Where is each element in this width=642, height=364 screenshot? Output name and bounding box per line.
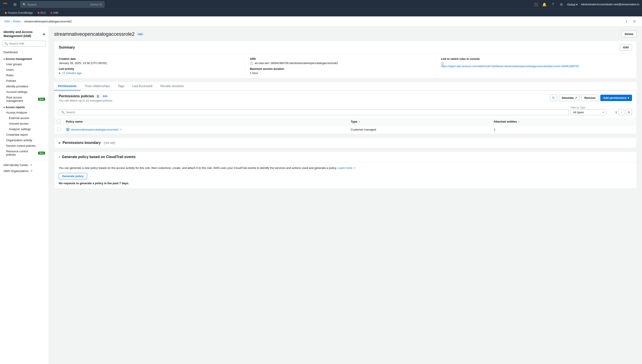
top-search-input[interactable] <box>28 3 76 6</box>
pp-action-buttons: ↻ Simulate ↗ Remove Add permissions ▾ <box>550 94 632 101</box>
region-selector[interactable]: Global ▾ <box>567 3 578 6</box>
pager-prev-btn[interactable]: ‹ <box>608 109 614 115</box>
sidebar-item-dashboard[interactable]: Dashboard <box>0 49 48 55</box>
sidebar-item-scp[interactable]: Service control policies <box>0 143 48 148</box>
help-icon[interactable]: ? <box>550 2 556 7</box>
row-checkbox[interactable] <box>57 128 60 131</box>
tab-trust[interactable]: Trust relationships <box>80 82 114 90</box>
learn-more-link[interactable]: Learn more ↗ <box>338 166 355 170</box>
th-type-sort[interactable]: Type ▾ <box>351 120 488 123</box>
pp-header-row: Permissions policies 1 Info You can atta… <box>59 94 632 102</box>
summary-section-3: Link to switch roles in console 📋 https:… <box>441 58 632 75</box>
service-tab-eventbridge[interactable]: Amazon EventBridge <box>3 10 35 16</box>
sidebar-item-unused-access[interactable]: Unused access <box>0 121 48 126</box>
edit-button[interactable]: Edit <box>620 44 632 50</box>
last-activity-link[interactable]: 17 minutes ago <box>62 72 82 75</box>
filter-type-select[interactable]: All types ▾ <box>570 109 606 115</box>
sidebar-footer: IAM Identity Center ↗ AWS Organizations … <box>0 160 48 174</box>
generate-policy-button[interactable]: Generate policy <box>59 173 87 179</box>
access-reports-chevron: ▾ <box>4 106 5 108</box>
sidebar-section-access-reports[interactable]: ▾ Access reports <box>0 104 48 110</box>
row-attached: 1 <box>491 125 636 134</box>
th-attached[interactable]: Attached entities ▾ <box>491 118 636 125</box>
tab-revoke[interactable]: Revoke sessions <box>156 82 188 90</box>
th-checkbox <box>54 118 63 125</box>
row-policy-name: streamnativeopencatalogaccessrole2 ↗ <box>63 125 348 134</box>
sidebar-item-rcp[interactable]: Resource control policies New <box>0 148 48 158</box>
sidebar-item-analyzer-settings[interactable]: Analyzer settings <box>0 126 48 132</box>
policy-link[interactable]: streamnativeopencatalogaccessrole2 ↗ <box>66 128 346 132</box>
link-copy-icon[interactable]: 📋 <box>441 62 444 64</box>
sidebar-item-iam-identity-center[interactable]: IAM Identity Center ↗ <box>0 162 48 168</box>
grid-icon[interactable]: ⊞ <box>12 1 18 8</box>
sidebar-item-access-analyzer[interactable]: Access Analyzer <box>0 110 48 115</box>
breadcrumb-current: streamnativeopencatalogaccessrole2 <box>24 20 72 23</box>
root-access-new-badge: New <box>38 98 45 101</box>
sidebar-item-credential-report[interactable]: Credential report <box>0 132 48 138</box>
access-management-chevron: ▾ <box>4 58 5 60</box>
sidebar-item-aws-organizations[interactable]: AWS Organizations ↗ <box>0 168 48 174</box>
pp-info-link[interactable]: Info <box>103 95 108 98</box>
breadcrumb-iam[interactable]: IAM <box>4 20 10 23</box>
service-tab-iam[interactable]: IAM <box>48 10 60 16</box>
sidebar-item-users[interactable]: Users <box>0 67 48 72</box>
sidebar-item-root-access[interactable]: Root access management New <box>0 95 48 104</box>
sidebar-item-user-groups[interactable]: User groups <box>0 62 48 67</box>
breadcrumb-info-icon[interactable]: ℹ <box>624 18 630 24</box>
refresh-button[interactable]: ↻ <box>550 94 557 101</box>
svg-rect-3 <box>67 130 68 130</box>
sidebar-item-policies[interactable]: Policies <box>0 78 48 84</box>
last-activity-value[interactable]: ● 17 minutes ago <box>59 72 239 75</box>
sidebar-item-external-access[interactable]: External access <box>0 115 48 121</box>
tab-last-accessed[interactable]: Last Accessed <box>128 82 156 90</box>
permissions-boundary-chevron: ▶ <box>59 141 61 144</box>
bell-icon[interactable]: 🔔 <box>542 2 547 7</box>
pp-search-field[interactable]: 🔍 <box>59 109 569 115</box>
settings-icon[interactable]: ⚙ <box>559 2 564 7</box>
top-search-bar[interactable]: 🔍 [Option+S] <box>20 1 104 8</box>
cloud-shell-icon[interactable]: ⬛ <box>533 2 539 7</box>
sidebar-item-identity-providers[interactable]: Identity providers <box>0 84 48 89</box>
activity-dot: ● <box>59 72 60 75</box>
permissions-boundary-title: Permissions boundary <box>62 141 101 145</box>
pager: ‹ 1 › ⚙ <box>608 109 632 115</box>
sidebar-item-roles[interactable]: Roles <box>0 72 48 78</box>
th-attached-sort[interactable]: Attached entities ▾ <box>494 120 634 123</box>
pp-search-icon: 🔍 <box>61 110 65 114</box>
table-settings-btn[interactable]: ⚙ <box>626 109 632 115</box>
user-menu[interactable]: AdministratorAccess/dustin.nest@streamna… <box>581 3 639 6</box>
delete-button[interactable]: Delete <box>622 31 637 37</box>
th-policy-name[interactable]: Policy name ↕ <box>63 118 348 125</box>
sidebar-item-account-settings[interactable]: Account settings <box>0 89 48 95</box>
sidebar-search-input[interactable] <box>3 40 46 46</box>
add-permissions-button[interactable]: Add permissions ▾ <box>600 95 632 101</box>
policy-icon <box>66 128 70 132</box>
select-all-checkbox[interactable] <box>57 120 60 123</box>
breadcrumb-roles[interactable]: Roles <box>13 20 20 23</box>
filter-type-value: All types <box>573 110 601 114</box>
permissions-boundary-header[interactable]: ▶ Permissions boundary (not set) <box>54 138 636 148</box>
pager-next-btn[interactable]: › <box>618 109 624 115</box>
sidebar-item-org-activity[interactable]: Organization activity <box>0 138 48 143</box>
simulate-button[interactable]: Simulate ↗ <box>559 95 580 101</box>
sidebar-collapse-btn[interactable]: ◀ <box>42 32 45 36</box>
th-policy-name-sort[interactable]: Policy name ↕ <box>66 120 346 123</box>
aws-logo[interactable] <box>3 1 10 8</box>
search-shortcut: [Option+S] <box>90 3 102 6</box>
remove-button[interactable]: Remove <box>582 95 598 101</box>
pp-search-input[interactable] <box>66 110 566 114</box>
generate-policy-header[interactable]: ▾ Generate policy based on CloudTrail ev… <box>54 152 636 162</box>
breadcrumb-settings-icon[interactable]: ⚙ <box>631 18 638 24</box>
sidebar-section-access-management[interactable]: ▾ Access management <box>0 55 48 62</box>
arn-copy-icon[interactable]: 📋 <box>250 62 253 64</box>
th-type[interactable]: Type ▾ <box>348 118 491 125</box>
tab-permissions[interactable]: Permissions <box>54 82 80 90</box>
svg-rect-1 <box>67 129 68 129</box>
arn-row: ARN 📋 arn:aws:iam::180941968709:role/str… <box>250 58 430 65</box>
service-tab-ec2[interactable]: EC2 <box>36 10 48 16</box>
tab-tags[interactable]: Tags <box>114 82 128 90</box>
page-info-badge[interactable]: Info <box>136 32 144 36</box>
policy-name-sort-icon: ↕ <box>84 120 85 123</box>
switch-role-link[interactable]: https://signin.aws.amazon.com/switchrole… <box>441 65 632 68</box>
sidebar-search-field[interactable]: 🔍 <box>3 40 46 46</box>
